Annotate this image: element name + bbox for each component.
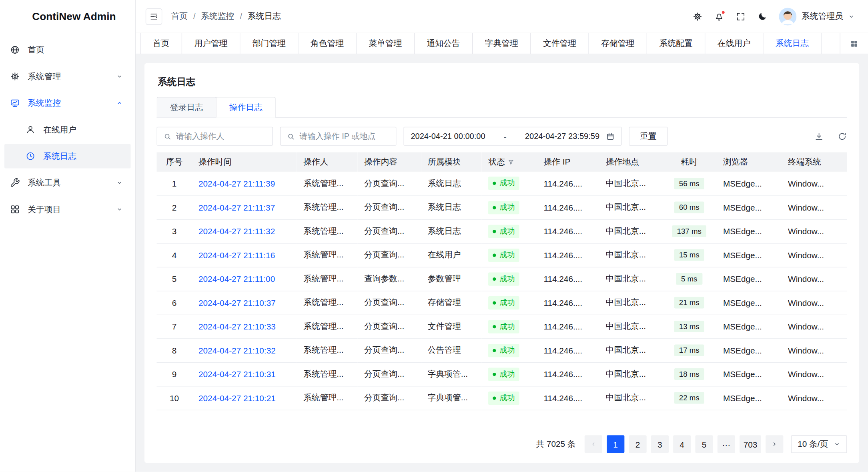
cell-status: 成功 <box>482 386 537 410</box>
operator-search-input[interactable] <box>176 132 266 141</box>
status-text: 成功 <box>499 369 515 379</box>
pagination-page-button[interactable]: 2 <box>629 435 646 453</box>
breadcrumb-item[interactable]: 系统监控 <box>201 11 234 22</box>
cell-module: 文件管理 <box>421 315 482 338</box>
cell-ip: 114.246.... <box>537 386 599 410</box>
sidebar-item-home[interactable]: 首页 <box>4 38 130 62</box>
pagination-page-button[interactable]: 4 <box>673 435 691 453</box>
user-menu[interactable]: 系统管理员 <box>779 8 855 25</box>
workspace-tab[interactable]: 用户管理 <box>182 33 240 54</box>
operation-time-link[interactable]: 2024-04-27 21:10:31 <box>198 370 276 379</box>
dark-mode-button[interactable] <box>757 11 767 21</box>
operation-time-link[interactable]: 2024-04-27 21:10:37 <box>198 298 276 307</box>
cell-module: 系统日志 <box>421 172 482 195</box>
status-text: 成功 <box>499 298 515 308</box>
table-row: 7 2024-04-27 21:10:33 系统管理... 分页查询... 文件… <box>156 315 847 338</box>
tab-overview-button[interactable] <box>840 33 868 54</box>
date-end-value: 2024-04-27 23:59:59 <box>525 132 599 141</box>
pagination-page-button[interactable]: 5 <box>695 435 713 453</box>
sidebar-collapse-button[interactable] <box>146 8 162 24</box>
sidebar-item-system-management[interactable]: 系统管理 <box>4 64 130 88</box>
notification-dot <box>721 10 725 14</box>
workspace-tab[interactable]: 存储管理 <box>589 33 647 54</box>
cell-operator: 系统管理... <box>297 338 358 362</box>
cell-module: 系统日志 <box>421 219 482 243</box>
operation-time-link[interactable]: 2024-04-27 21:11:00 <box>198 274 275 284</box>
sidebar: ContiNew Admin 首页 系统管理 系统监控 在线用户 <box>0 0 136 472</box>
operation-time-link[interactable]: 2024-04-27 21:10:33 <box>198 322 276 331</box>
pagination-page-button[interactable]: 3 <box>651 435 669 453</box>
calendar-icon <box>606 132 615 141</box>
date-range-picker[interactable]: 2024-04-21 00:00:00 - 2024-04-27 23:59:5… <box>403 127 621 146</box>
status-badge: 成功 <box>488 343 519 357</box>
sidebar-item-label: 在线用户 <box>43 125 123 135</box>
operation-time-link[interactable]: 2024-04-27 21:11:32 <box>198 227 275 236</box>
cell-module: 公告管理 <box>421 338 482 362</box>
pagination-ellipsis[interactable]: ··· <box>718 435 735 453</box>
cell-module: 在线用户 <box>421 243 482 267</box>
chevron-down-icon <box>848 13 855 20</box>
page-size-select[interactable]: 10 条/页 <box>791 435 847 453</box>
table-row: 8 2024-04-27 21:10:32 系统管理... 分页查询... 公告… <box>156 338 847 362</box>
cell-os: Window... <box>781 219 847 243</box>
breadcrumb-item[interactable]: 首页 <box>171 11 187 22</box>
pagination-next-button[interactable] <box>766 435 783 453</box>
workspace-tab[interactable]: 在线用户 <box>705 33 763 54</box>
duration-badge: 13 ms <box>674 321 704 332</box>
sidebar-item-system-tools[interactable]: 系统工具 <box>4 171 130 195</box>
cell-browser: MSEdge... <box>716 267 781 291</box>
tool-icon <box>10 178 20 188</box>
duration-badge: 5 ms <box>676 273 702 285</box>
status-filter-icon[interactable] <box>508 159 515 165</box>
fullscreen-button[interactable] <box>736 11 746 21</box>
export-button[interactable] <box>814 132 824 141</box>
reset-button[interactable]: 重置 <box>629 127 668 146</box>
log-table: 序号 操作时间 操作人 操作内容 所属模块 状态 操作 I <box>156 152 847 410</box>
col-status: 状态 <box>482 152 537 171</box>
workspace-tab[interactable]: 菜单管理 <box>357 33 415 54</box>
cell-location: 中国北京... <box>599 362 662 386</box>
cell-ip: 114.246.... <box>537 243 599 267</box>
refresh-button[interactable] <box>838 132 847 141</box>
operation-time-link[interactable]: 2024-04-27 21:10:21 <box>198 393 276 403</box>
operation-time-link[interactable]: 2024-04-27 21:11:37 <box>198 203 275 212</box>
moon-icon <box>757 11 767 21</box>
tab-login-logs[interactable]: 登录日志 <box>156 97 216 117</box>
workspace-tab[interactable]: 系统配置 <box>647 33 705 54</box>
operation-time-link[interactable]: 2024-04-27 21:10:32 <box>198 345 276 355</box>
col-ip: 操作 IP <box>537 152 599 171</box>
duration-badge: 137 ms <box>672 225 706 237</box>
cell-time: 2024-04-27 21:11:16 <box>192 243 297 267</box>
workspace-tab-active[interactable]: 系统日志 <box>764 33 822 54</box>
notifications-button[interactable] <box>714 11 724 21</box>
sidebar-item-system-logs[interactable]: 系统日志 <box>4 144 130 169</box>
pagination-page-button[interactable]: 703 <box>740 435 761 453</box>
ip-search-input[interactable] <box>299 132 389 141</box>
workspace-tab[interactable]: 文件管理 <box>531 33 589 54</box>
workspace-tab[interactable]: 通知公告 <box>415 33 473 54</box>
pagination-prev-button[interactable] <box>585 435 602 453</box>
settings-button[interactable] <box>692 11 702 21</box>
status-badge: 成功 <box>488 201 519 214</box>
user-icon <box>26 125 36 135</box>
sidebar-item-online-users[interactable]: 在线用户 <box>4 117 130 142</box>
cell-os: Window... <box>781 195 847 219</box>
cell-browser: MSEdge... <box>716 219 781 243</box>
status-dot-icon <box>493 301 496 304</box>
operation-time-link[interactable]: 2024-04-27 21:11:39 <box>198 179 275 188</box>
cell-os: Window... <box>781 386 847 410</box>
pagination-page-button[interactable]: 1 <box>607 435 624 453</box>
sidebar-item-system-monitor[interactable]: 系统监控 <box>4 91 130 115</box>
sidebar-item-about-project[interactable]: 关于项目 <box>4 197 130 221</box>
col-browser: 浏览器 <box>716 152 781 171</box>
workspace-tab[interactable]: 部门管理 <box>240 33 298 54</box>
operator-search <box>156 127 273 146</box>
workspace-tab[interactable]: 首页 <box>140 33 182 54</box>
workspace-tab[interactable]: 字典管理 <box>473 33 531 54</box>
workspace-tab[interactable]: 角色管理 <box>299 33 357 54</box>
operation-time-link[interactable]: 2024-04-27 21:11:16 <box>198 250 275 260</box>
tab-operation-logs[interactable]: 操作日志 <box>216 97 275 117</box>
chevron-right-icon <box>771 441 778 448</box>
search-icon <box>287 132 295 141</box>
duration-badge: 56 ms <box>674 178 704 189</box>
